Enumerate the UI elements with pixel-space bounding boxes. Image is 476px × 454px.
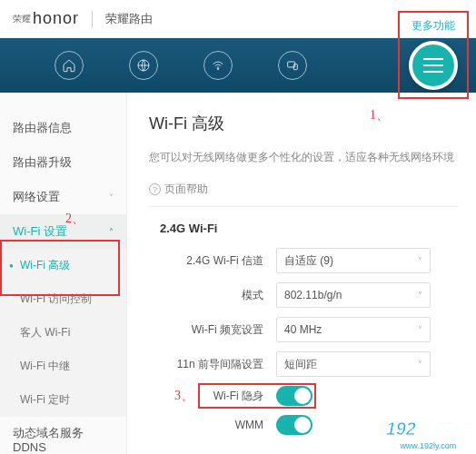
svg-point-1 — [217, 68, 218, 69]
brand-logo: honor — [33, 9, 79, 28]
row-guard-interval: 11n 前导间隔设置 短间距˅ — [149, 351, 458, 377]
page-description: 您可以对无线网络做更多个性化的设置，适应各种无线网络环境 — [149, 149, 458, 165]
nav-band: 更多功能 — [0, 38, 476, 93]
device-name: 荣耀路由 — [105, 11, 153, 27]
globe-icon[interactable] — [129, 51, 158, 80]
label-bandwidth: Wi-Fi 频宽设置 — [149, 322, 276, 338]
sidebar: 路由器信息 路由器升级 网络设置˅ Wi-Fi 设置˄ Wi-Fi 高级 Wi-… — [0, 93, 127, 454]
row-wifi-hide: Wi-Fi 隐身 — [149, 386, 458, 406]
chevron-down-icon: ˅ — [418, 325, 422, 335]
page-title: Wi-Fi 高级 — [149, 113, 458, 134]
select-channel[interactable]: 自适应 (9)˅ — [276, 248, 431, 273]
sidebar-item-router-upgrade[interactable]: 路由器升级 — [0, 145, 126, 180]
label-wifi-hide: Wi-Fi 隐身 — [149, 389, 276, 404]
chevron-down-icon: ˅ — [418, 360, 422, 370]
sidebar-item-wifi-advanced[interactable]: Wi-Fi 高级 — [0, 249, 126, 282]
chevron-down-icon: ˅ — [418, 291, 422, 301]
row-mode: 模式 802.11b/g/n˅ — [149, 282, 458, 308]
divider — [92, 11, 93, 27]
select-guard-interval[interactable]: 短间距˅ — [276, 351, 431, 377]
logo-prefix: 荣耀 — [13, 13, 31, 25]
select-bandwidth[interactable]: 40 MHz˅ — [276, 317, 431, 342]
section-title: 2.4G Wi-Fi — [160, 222, 458, 235]
help-icon: ? — [149, 183, 161, 195]
toggle-wifi-hide[interactable] — [276, 386, 312, 406]
divider — [149, 206, 458, 207]
sidebar-item-wifi-settings[interactable]: Wi-Fi 设置˄ — [0, 214, 126, 249]
chevron-down-icon: ˅ — [109, 192, 114, 202]
wifi-icon[interactable] — [203, 51, 233, 80]
more-menu-label: 更多功能 — [400, 13, 467, 41]
label-wmm: WMM — [149, 419, 276, 431]
row-channel: 2.4G Wi-Fi 信道 自适应 (9)˅ — [149, 248, 458, 273]
sidebar-item-router-info[interactable]: 路由器信息 — [0, 111, 126, 145]
body: 路由器信息 路由器升级 网络设置˅ Wi-Fi 设置˄ Wi-Fi 高级 Wi-… — [0, 93, 476, 454]
content-area: Wi-Fi 高级 您可以对无线网络做更多个性化的设置，适应各种无线网络环境 ? … — [127, 93, 476, 454]
watermark: 192路由网 www.192ly.com — [386, 417, 471, 450]
label-mode: 模式 — [149, 288, 276, 303]
chevron-down-icon: ˅ — [418, 256, 422, 266]
sidebar-item-wifi-access[interactable]: Wi-Fi 访问控制 — [0, 282, 126, 316]
sidebar-item-guest-wifi[interactable]: 客人 Wi-Fi — [0, 316, 126, 350]
chevron-up-icon: ˄ — [109, 227, 114, 237]
hamburger-button[interactable] — [409, 41, 458, 90]
row-bandwidth: Wi-Fi 频宽设置 40 MHz˅ — [149, 317, 458, 342]
sidebar-item-ddns[interactable]: 动态域名服务 DDNS — [0, 417, 126, 454]
label-channel: 2.4G Wi-Fi 信道 — [149, 253, 276, 269]
toggle-wmm[interactable] — [276, 415, 312, 435]
label-guard-interval: 11n 前导间隔设置 — [149, 357, 276, 372]
home-icon[interactable] — [55, 51, 84, 80]
sidebar-item-wifi-bridge[interactable]: Wi-Fi 中继 — [0, 350, 126, 383]
select-mode[interactable]: 802.11b/g/n˅ — [276, 282, 431, 308]
annotation-2: 2、 — [65, 211, 84, 227]
annotation-3: 3、 — [174, 388, 193, 404]
sidebar-item-wifi-timer[interactable]: Wi-Fi 定时 — [0, 383, 126, 417]
sidebar-item-network[interactable]: 网络设置˅ — [0, 180, 126, 214]
page-help-link[interactable]: ? 页面帮助 — [149, 182, 458, 197]
devices-icon[interactable] — [278, 51, 307, 80]
more-menu-highlight: 更多功能 — [398, 11, 469, 99]
